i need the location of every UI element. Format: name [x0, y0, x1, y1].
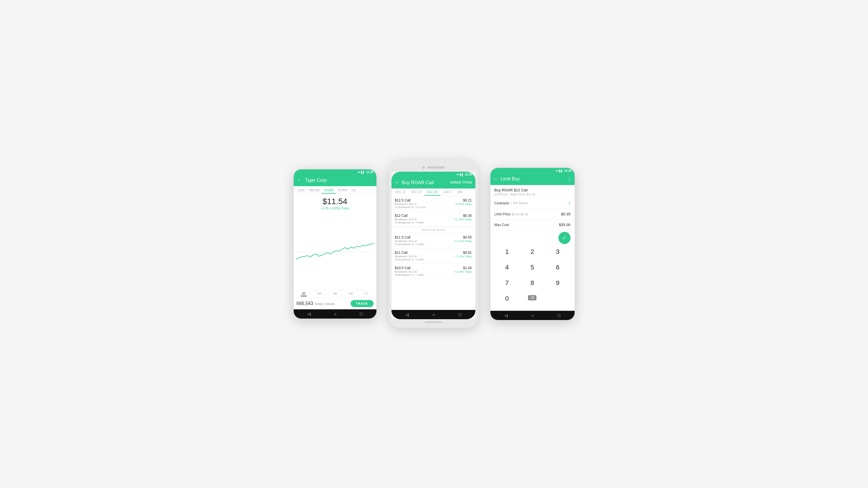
signal-icons-center: ▾▾ ▌▌	[457, 173, 464, 176]
back-button-center[interactable]: ←	[394, 180, 400, 186]
right-header-left: ← Limit Buy	[493, 176, 520, 182]
time-period-tabs: 1D 1M 3M 6M 1Y	[294, 290, 376, 297]
numpad-3[interactable]: 3	[545, 244, 570, 260]
period-3m[interactable]: 3M	[332, 291, 338, 296]
numpad-6[interactable]: 6	[545, 260, 570, 275]
numpad-backspace[interactable]: ⌫	[520, 291, 545, 306]
order-title: Buy ROAR $12 Call	[494, 188, 570, 192]
numpad-4[interactable]: 4	[494, 260, 520, 275]
option-12-left: $12 Call Breakeven: $12.34 To Breakeven …	[395, 214, 424, 224]
date-tabs: DEC 15 DEC 22 DEC 29 JAN 5 JAN	[392, 189, 475, 196]
status-time-right: 12:30	[564, 169, 572, 172]
volume-number: 666,543	[297, 301, 313, 306]
date-jan[interactable]: JAN	[454, 189, 465, 196]
order-subtitle: 12/29 Exp · Share Price: $11.54	[494, 193, 570, 196]
period-1m[interactable]: 1M	[316, 291, 322, 296]
option-10-5-call[interactable]: $10.5 Call Breakeven: $11.54 To Breakeve…	[392, 264, 475, 279]
nav-home-icon-center[interactable]: ○	[433, 312, 435, 317]
nav-back-icon-center[interactable]: ◁	[406, 312, 409, 317]
date-dec15[interactable]: DEC 15	[393, 189, 408, 196]
numpad-7[interactable]: 7	[494, 275, 520, 291]
period-1y[interactable]: 1Y	[363, 291, 369, 296]
option-11-5-price: $0.55	[454, 235, 472, 239]
nav-square-icon-right[interactable]: □	[558, 313, 560, 318]
option-11-5-name: $11.5 Call	[395, 235, 424, 239]
chart-svg	[296, 212, 374, 289]
option-10-5-price: $1.04	[454, 266, 472, 270]
option-11-name: $11 Call	[395, 251, 424, 255]
back-button-left[interactable]: ←	[297, 177, 302, 183]
nav-square-icon-center[interactable]: □	[459, 312, 461, 317]
option-12-change: +11.29% Today	[454, 218, 472, 221]
date-dec29[interactable]: DEC 29	[425, 189, 440, 196]
period-6m[interactable]: 6M	[347, 291, 354, 296]
tab-meow[interactable]: MEOW	[307, 186, 322, 194]
option-11-5-call[interactable]: $11.5 Call Breakeven: $12.04 To Breakeve…	[392, 233, 475, 248]
center-header: ← Buy ROAR Call ORDER TYPES	[392, 177, 475, 189]
option-12-5-right: $0.21 +5.00% Today	[455, 198, 472, 205]
phone-notch-bottom	[392, 319, 475, 325]
numpad-1[interactable]: 1	[494, 244, 520, 260]
tab-ca[interactable]: CA	[349, 186, 358, 194]
option-10-5-name: $10.5 Call	[395, 266, 424, 270]
tab-purr[interactable]: PURR	[336, 186, 349, 194]
numpad-2[interactable]: 2	[520, 244, 545, 260]
backspace-key-icon: ⌫	[528, 295, 536, 300]
contracts-label-row: Contracts × 100 Shares	[494, 201, 528, 205]
order-fields: Contracts × 100 Shares 1 Limit Price $0.…	[490, 198, 575, 230]
menu-dots-button[interactable]: ⋮	[566, 176, 572, 182]
contracts-hint: × 100 Shares	[510, 201, 528, 205]
option-12-5-name: $12.5 Call	[395, 198, 426, 202]
option-10-5-tobreak: To Breakeven %: +1.88%	[395, 273, 424, 276]
option-12-call[interactable]: $12 Call Breakeven: $12.34 To Breakeven …	[392, 211, 475, 227]
numpad-5[interactable]: 5	[520, 260, 545, 275]
option-11-5-right: $0.55 +11.22% Today	[454, 235, 472, 242]
option-11-5-left: $11.5 Call Breakeven: $12.04 To Breakeve…	[395, 235, 424, 246]
confirm-button[interactable]: ✓	[558, 232, 570, 244]
order-types-label[interactable]: ORDER TYPES	[450, 181, 472, 184]
tab-grr[interactable]: GRR	[296, 186, 307, 194]
trade-bar: 666,543 Today's Volume TRADE	[294, 297, 376, 310]
max-cost-field: Max Cost $35.00	[494, 220, 570, 230]
numpad-0[interactable]: 0	[494, 291, 520, 306]
nav-back-icon-left[interactable]: ◁	[308, 312, 311, 316]
scene: ▾▾ ▌▌ 12:30 ← Tiger Corp GRR MEOW ROAR P…	[0, 0, 868, 488]
tab-roar[interactable]: ROAR	[322, 186, 336, 194]
confirm-icon: ✓	[562, 235, 566, 241]
nav-home-icon-right[interactable]: ○	[531, 313, 534, 318]
option-10-5-change: +12.45% Today	[454, 270, 472, 273]
price-section: $11.54 +2.35 (+3.89%) Today	[294, 194, 376, 211]
date-jan5[interactable]: JAN 5	[440, 189, 454, 196]
share-price-divider: Share Price: $11.54	[392, 227, 475, 233]
option-11-price: $0.81	[455, 251, 472, 255]
option-12-price: $0.35	[454, 214, 472, 218]
option-11-call[interactable]: $11 Call Breakeven: $12.04 To Breakeven …	[392, 248, 475, 264]
volume-label: Today's Volume	[314, 302, 335, 305]
right-header-title: Limit Buy	[501, 176, 520, 182]
numpad-9[interactable]: 9	[545, 275, 570, 291]
option-12-5-price: $0.21	[455, 198, 472, 202]
nav-back-icon-right[interactable]: ◁	[505, 313, 508, 318]
limit-price-value[interactable]: $0.35	[561, 212, 570, 216]
option-12-right: $0.35 +11.29% Today	[454, 214, 472, 221]
option-12-5-call[interactable]: $12.5 Call Breakeven: $12.71 To Breakeve…	[392, 196, 475, 211]
option-12-breakeven: Breakeven: $12.34	[395, 218, 424, 221]
price-change: +2.35 (+3.89%) Today	[296, 207, 374, 210]
phone-left: ▾▾ ▌▌ 12:30 ← Tiger Corp GRR MEOW ROAR P…	[293, 169, 377, 319]
numpad-8[interactable]: 8	[520, 275, 545, 291]
nav-home-icon-left[interactable]: ○	[334, 312, 337, 316]
stock-chart	[294, 212, 376, 289]
nav-bar-center: ◁ ○ □	[392, 310, 475, 319]
limit-price-field: Limit Price $0.34–$0.36 $0.35	[494, 208, 570, 220]
period-1d[interactable]: 1D	[301, 291, 307, 296]
option-11-5-change: +11.22% Today	[454, 240, 472, 242]
options-list: $12.5 Call Breakeven: $12.71 To Breakeve…	[392, 196, 475, 310]
contracts-value[interactable]: 1	[568, 201, 570, 205]
nav-square-icon-left[interactable]: □	[360, 312, 362, 316]
signal-icons-left: ▾▾ ▌▌	[358, 171, 365, 174]
stock-price: $11.54	[296, 197, 374, 206]
date-dec22[interactable]: DEC 22	[408, 189, 425, 196]
option-10-5-breakeven: Breakeven: $11.54	[395, 270, 424, 273]
back-button-right[interactable]: ←	[493, 176, 498, 182]
trade-button[interactable]: TRADE	[351, 300, 374, 307]
